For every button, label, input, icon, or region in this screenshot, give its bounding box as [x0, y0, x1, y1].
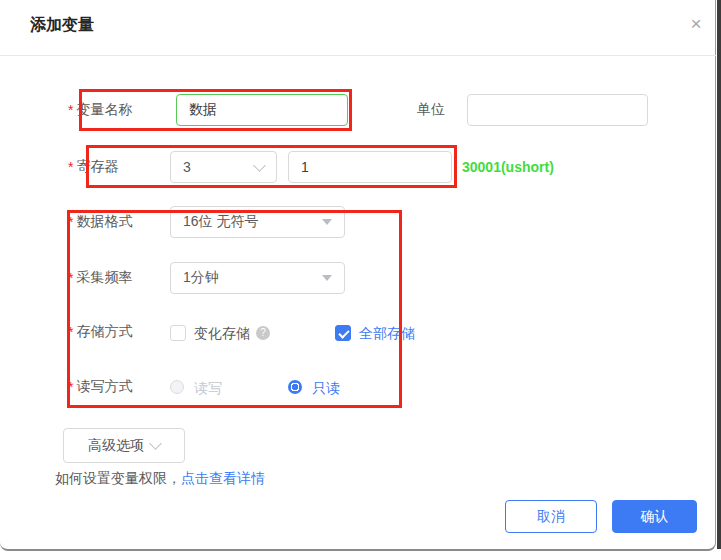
background-window-edge — [717, 0, 721, 549]
view-details-link[interactable]: 点击查看详情 — [181, 470, 265, 486]
data-format-select[interactable]: 16位 无符号 — [170, 206, 345, 238]
dialog-title: 添加变量 — [30, 15, 94, 36]
advanced-options-button[interactable]: 高级选项 — [63, 428, 185, 463]
add-variable-dialog: 添加变量 × * 变量名称 单位 * 寄存器 3 30001(ushort) *… — [0, 0, 716, 551]
chevron-down-icon — [149, 437, 162, 450]
register-hint: 30001(ushort) — [462, 151, 554, 183]
read-only-option-label[interactable]: 只读 — [312, 380, 340, 396]
required-marker: * — [68, 159, 73, 175]
required-marker: * — [68, 102, 73, 118]
variable-name-input[interactable] — [176, 94, 348, 126]
register-type-select[interactable]: 3 — [170, 151, 277, 183]
register-label: * 寄存器 — [68, 151, 118, 183]
all-storage-option-label[interactable]: 全部存储 — [359, 325, 415, 341]
header-divider — [0, 55, 716, 56]
permission-help-prefix: 如何设置变量权限， — [55, 470, 181, 486]
close-icon[interactable]: × — [684, 12, 708, 36]
sample-rate-select[interactable]: 1分钟 — [170, 262, 345, 294]
caret-down-icon — [322, 275, 332, 281]
storage-label-text: 存储方式 — [76, 323, 132, 341]
cancel-button[interactable]: 取消 — [505, 500, 597, 533]
read-write-option-label: 读写 — [194, 380, 222, 396]
sample-rate-label-text: 采集频率 — [76, 269, 132, 287]
data-format-label-text: 数据格式 — [76, 213, 132, 231]
caret-down-icon — [322, 219, 332, 225]
variable-name-label: * 变量名称 — [68, 94, 132, 126]
rw-label: * 读写方式 — [68, 371, 132, 403]
storage-label: * 存储方式 — [68, 316, 132, 348]
screenshot-canvas: 添加变量 × * 变量名称 单位 * 寄存器 3 30001(ushort) *… — [0, 0, 721, 560]
register-address-input[interactable] — [288, 151, 452, 183]
all-storage-checkbox[interactable] — [335, 325, 351, 341]
rw-label-text: 读写方式 — [76, 378, 132, 396]
change-storage-checkbox[interactable] — [170, 325, 186, 341]
data-format-value: 16位 无符号 — [183, 213, 258, 231]
register-type-value: 3 — [183, 159, 191, 175]
read-write-radio[interactable] — [170, 380, 184, 394]
chevron-down-icon — [253, 159, 266, 172]
required-marker: * — [68, 214, 73, 230]
unit-label-text: 单位 — [417, 101, 445, 119]
required-marker: * — [68, 379, 73, 395]
advanced-options-label: 高级选项 — [88, 437, 144, 455]
unit-label: 单位 — [417, 94, 445, 126]
permission-help-text: 如何设置变量权限，点击查看详情 — [55, 470, 265, 488]
required-marker: * — [68, 270, 73, 286]
sample-rate-label: * 采集频率 — [68, 262, 132, 294]
variable-name-label-text: 变量名称 — [76, 101, 132, 119]
help-icon[interactable]: ? — [256, 326, 270, 340]
confirm-button[interactable]: 确认 — [612, 500, 697, 533]
change-storage-option-label[interactable]: 变化存储 — [194, 325, 250, 341]
data-format-label: * 数据格式 — [68, 206, 132, 238]
register-label-text: 寄存器 — [76, 158, 118, 176]
sample-rate-value: 1分钟 — [183, 269, 219, 287]
unit-input[interactable] — [467, 94, 648, 126]
required-marker: * — [68, 324, 73, 340]
read-only-radio[interactable] — [288, 380, 302, 394]
